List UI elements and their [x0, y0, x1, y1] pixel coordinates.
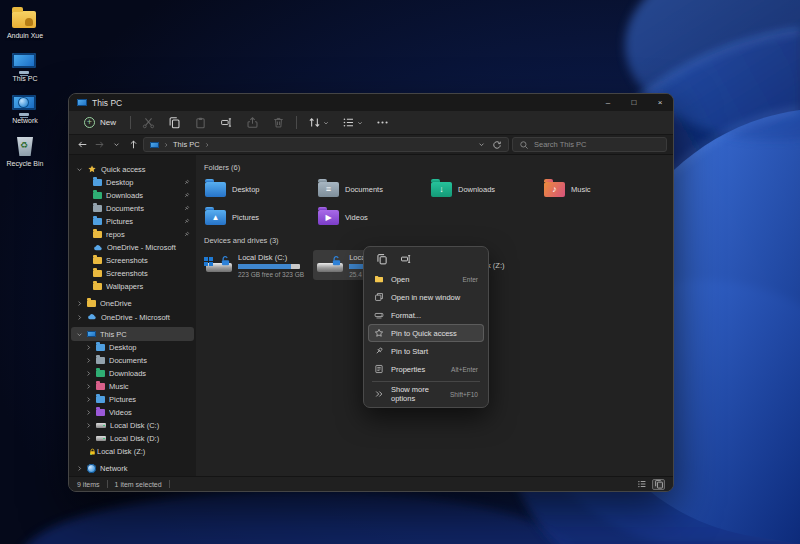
pin-icon	[183, 192, 190, 199]
folders-section-header[interactable]: Folders (6)	[204, 163, 673, 172]
new-button-label: New	[100, 118, 116, 127]
rename-icon[interactable]	[400, 253, 412, 265]
view-button[interactable]	[340, 114, 365, 131]
search-input[interactable]: Search This PC	[512, 137, 667, 152]
sidebar-item-videos[interactable]: Videos	[71, 406, 194, 419]
sidebar-item-desktop[interactable]: Desktop	[71, 341, 194, 354]
folder-icon	[374, 274, 384, 284]
format-drive-icon	[374, 310, 384, 320]
folder-tile-desktop[interactable]: Desktop	[202, 177, 315, 202]
back-button[interactable]	[75, 138, 89, 152]
details-view-icon	[637, 479, 647, 489]
menu-item-properties[interactable]: Properties Alt+Enter	[368, 360, 484, 378]
title-bar[interactable]: This PC – □ ×	[69, 94, 673, 111]
sidebar-item-onedrive[interactable]: OneDrive	[71, 296, 194, 310]
unlocked-bitlocker-icon	[220, 255, 231, 266]
sidebar-item-onedrive-microsoft[interactable]: OneDrive - Microsoft	[71, 310, 194, 324]
menu-item-show-more-options[interactable]: Show more options Shift+F10	[368, 385, 484, 403]
breadcrumb-this-pc[interactable]: This PC	[173, 140, 200, 149]
window-title: This PC	[92, 98, 595, 108]
chevron-right-icon	[85, 344, 92, 351]
sidebar-item-screenshots[interactable]: Screenshots	[71, 254, 194, 267]
sidebar-item-desktop[interactable]: Desktop	[71, 176, 194, 189]
sidebar-item-quick-access[interactable]: Quick access	[71, 162, 194, 176]
star-icon	[374, 328, 384, 338]
navigation-pane: Quick access Desktop Downloads Documents…	[69, 155, 196, 476]
folder-icon	[93, 192, 102, 199]
forward-button[interactable]	[92, 138, 106, 152]
details-view-button[interactable]	[635, 479, 648, 490]
sidebar-item-local-disk-d[interactable]: Local Disk (D:)	[71, 432, 194, 445]
sidebar-item-documents[interactable]: Documents	[71, 202, 194, 215]
drive-icon	[96, 423, 106, 428]
maximize-button[interactable]: □	[621, 94, 647, 111]
item-count: 9 items	[77, 481, 100, 488]
chevron-right-icon	[85, 435, 92, 442]
drives-section-header[interactable]: Devices and drives (3)	[204, 236, 673, 245]
desktop-icon-network[interactable]: Network	[2, 91, 48, 125]
disk-usage-bar	[238, 264, 300, 269]
computer-icon	[87, 331, 96, 337]
folder-tile-pictures[interactable]: ▲Pictures	[202, 205, 315, 230]
address-dropdown-icon[interactable]	[478, 141, 485, 148]
sidebar-item-local-disk-z[interactable]: Local Disk (Z:)	[71, 445, 194, 458]
desktop-icon-recycle-bin[interactable]: Recycle Bin	[2, 134, 48, 168]
new-button[interactable]: + New	[79, 115, 121, 130]
see-more-button[interactable]	[374, 114, 391, 131]
sidebar-item-documents[interactable]: Documents	[71, 354, 194, 367]
rename-button[interactable]	[218, 114, 235, 131]
menu-item-pin-to-start[interactable]: Pin to Start	[368, 342, 484, 360]
paste-button[interactable]	[192, 114, 209, 131]
sort-button[interactable]	[306, 114, 331, 131]
sidebar-item-wallpapers[interactable]: Wallpapers	[71, 280, 194, 293]
sidebar-item-pictures[interactable]: Pictures	[71, 215, 194, 228]
desktop-icon-user-folder[interactable]: Anduin Xue	[2, 6, 48, 40]
copy-button[interactable]	[166, 114, 183, 131]
close-button[interactable]: ×	[647, 94, 673, 111]
menu-item-open-in-new-window[interactable]: Open in new window	[368, 288, 484, 306]
copy-icon[interactable]	[376, 253, 388, 265]
sidebar-item-screenshots[interactable]: Screenshots	[71, 267, 194, 280]
menu-item-format[interactable]: Format...	[368, 306, 484, 324]
desktop-icon-label: Recycle Bin	[7, 160, 44, 168]
sidebar-item-local-disk-c[interactable]: Local Disk (C:)	[71, 419, 194, 432]
sidebar-item-music[interactable]: Music	[71, 380, 194, 393]
menu-item-open[interactable]: Open Enter	[368, 270, 484, 288]
cut-button[interactable]	[140, 114, 157, 131]
disk-free-space: 223 GB free of 323 GB	[238, 271, 304, 278]
thumbnail-view-button[interactable]	[652, 479, 665, 490]
delete-button[interactable]	[270, 114, 287, 131]
sidebar-item-network[interactable]: Network	[71, 461, 194, 475]
desktop-icon-this-pc[interactable]: This PC	[2, 49, 48, 83]
folder-tile-music[interactable]: ♪Music	[541, 177, 654, 202]
breadcrumb[interactable]: This PC	[143, 137, 509, 152]
share-icon	[246, 116, 259, 129]
sidebar-item-downloads[interactable]: Downloads	[71, 189, 194, 202]
recent-locations-button[interactable]	[109, 138, 123, 152]
folder-icon-downloads: ↓	[431, 182, 452, 197]
view-icon	[342, 116, 355, 129]
menu-item-pin-to-quick-access[interactable]: Pin to Quick access	[368, 324, 484, 342]
sidebar-item-downloads[interactable]: Downloads	[71, 367, 194, 380]
chevron-down-icon	[323, 120, 329, 126]
sidebar-item-this-pc[interactable]: This PC	[71, 327, 194, 341]
refresh-icon[interactable]	[492, 140, 502, 150]
chevron-right-icon	[204, 142, 210, 148]
chevron-right-icon	[76, 314, 83, 321]
share-button[interactable]	[244, 114, 261, 131]
chevron-down-icon	[76, 166, 83, 173]
folder-tile-videos[interactable]: ▶Videos	[315, 205, 428, 230]
command-bar: + New	[69, 111, 673, 135]
sidebar-item-onedrive-microsoft[interactable]: OneDrive - Microsoft	[71, 241, 194, 254]
drive-tile-local-disk-c[interactable]: Local Disk (C:) 223 GB free of 323 GB	[202, 250, 308, 280]
address-bar: This PC Search This PC	[69, 135, 673, 155]
sidebar-item-pictures[interactable]: Pictures	[71, 393, 194, 406]
folder-tile-downloads[interactable]: ↓Downloads	[428, 177, 541, 202]
up-button[interactable]	[126, 138, 140, 152]
folder-icon	[96, 383, 105, 390]
new-window-icon	[374, 292, 384, 302]
minimize-button[interactable]: –	[595, 94, 621, 111]
folder-tile-documents[interactable]: ≡Documents	[315, 177, 428, 202]
arrow-up-icon	[128, 139, 139, 150]
sidebar-item-repos[interactable]: repos	[71, 228, 194, 241]
